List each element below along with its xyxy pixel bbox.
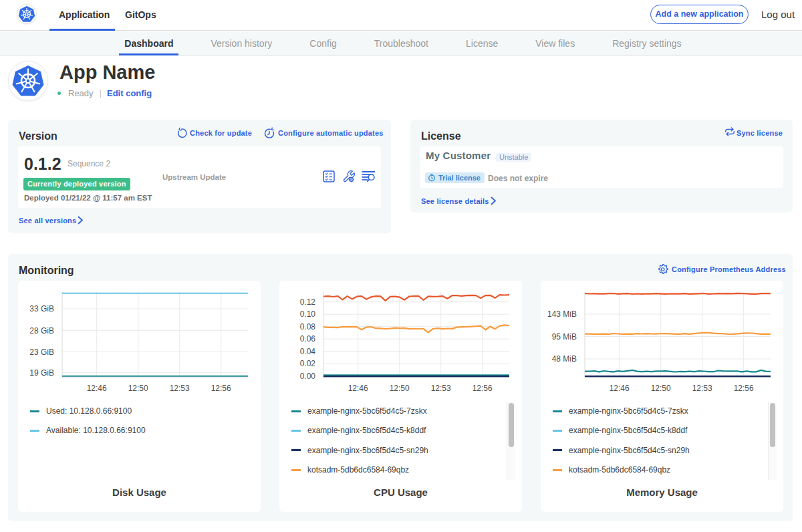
svg-text:143 MiB: 143 MiB [547, 309, 577, 319]
svg-text:12:53: 12:53 [170, 384, 190, 393]
svg-text:12:53: 12:53 [431, 384, 451, 393]
svg-text:0.00: 0.00 [300, 372, 316, 381]
svg-text:0.10: 0.10 [300, 309, 316, 319]
svg-text:28 GiB: 28 GiB [29, 326, 54, 336]
svg-text:12:50: 12:50 [651, 384, 671, 393]
svg-text:12:46: 12:46 [348, 384, 368, 393]
svg-text:33 GiB: 33 GiB [29, 304, 54, 313]
svg-text:95 MiB: 95 MiB [552, 332, 577, 342]
svg-text:12:46: 12:46 [610, 384, 630, 393]
svg-text:12:56: 12:56 [734, 384, 754, 393]
svg-text:0.12: 0.12 [300, 297, 316, 307]
svg-text:23 GiB: 23 GiB [29, 348, 54, 357]
svg-text:12:50: 12:50 [390, 384, 410, 393]
svg-text:48 MiB: 48 MiB [552, 354, 577, 364]
svg-text:12:46: 12:46 [87, 384, 107, 393]
svg-text:12:56: 12:56 [211, 384, 231, 393]
svg-text:0.08: 0.08 [300, 322, 316, 331]
svg-text:19 GiB: 19 GiB [29, 368, 54, 378]
svg-text:12:56: 12:56 [473, 384, 493, 393]
svg-text:0.06: 0.06 [300, 334, 316, 344]
svg-text:12:53: 12:53 [692, 384, 712, 393]
svg-text:12:50: 12:50 [128, 384, 148, 393]
svg-text:0.04: 0.04 [300, 347, 316, 356]
svg-text:0.02: 0.02 [300, 359, 316, 368]
